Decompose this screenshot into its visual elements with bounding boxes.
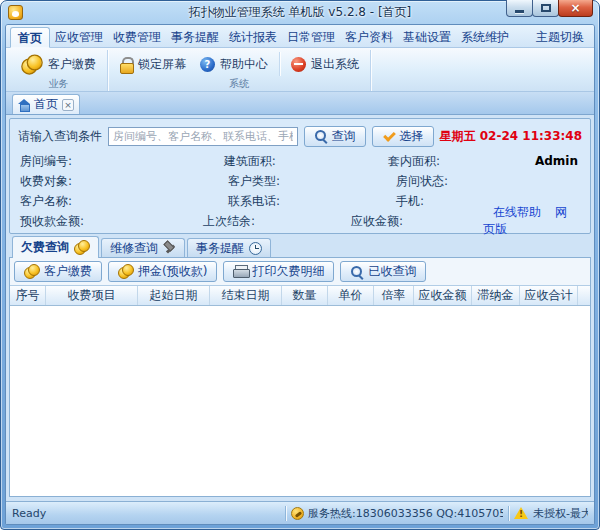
tab-reminder[interactable]: 事务提醒: [187, 238, 271, 257]
help-center-label: 帮助中心: [220, 56, 268, 73]
field-label-room-status: 房间状态:: [396, 173, 546, 190]
window-controls: ×: [507, 0, 593, 17]
hotline-text: 服务热线:18306033356 QQ:410570560: [308, 506, 503, 521]
ribbon-tab-daily[interactable]: 日常管理: [282, 27, 340, 48]
tab-repair-query[interactable]: 维修查询: [101, 238, 185, 257]
ribbon-group-business: 客户缴费 业务: [10, 50, 108, 91]
check-icon: [382, 130, 396, 143]
deposit-button-label: 押金(预收款): [138, 263, 207, 280]
summary-panel: 请输入查询条件 查询 选择 星期五 02-24 11:33:48 房间编号: 建…: [9, 118, 591, 234]
form-row-2: 收费对象: 客户类型: 房间状态:: [18, 171, 582, 191]
query-tab-bar: 欠费查询 维修查询 事务提醒: [6, 234, 594, 257]
print-arrears-button[interactable]: 打印欠费明细: [223, 261, 334, 282]
select-button-label: 选择: [400, 128, 424, 145]
column-header-filler: [578, 286, 590, 305]
field-label-customer-name: 客户名称:: [18, 193, 228, 210]
ribbon-tab-home[interactable]: 首页: [10, 27, 50, 48]
titlebar: 拓扑物业管理系统 单机版 v5.2.8 - [首页] ×: [5, 1, 595, 24]
ribbon-group-system: 锁定屏幕 帮助中心 退出系统 系统: [108, 50, 371, 91]
group-label-business: 业务: [16, 78, 101, 91]
document-tab-label: 首页: [34, 96, 58, 113]
phone-icon: [291, 507, 304, 520]
close-icon: ×: [570, 2, 580, 14]
tool-icon: [163, 242, 176, 255]
online-help-link[interactable]: 在线帮助: [493, 205, 541, 219]
app-icon[interactable]: [8, 5, 23, 20]
tab-close-icon[interactable]: ×: [62, 99, 74, 111]
column-header-receivable[interactable]: 应收金额: [414, 286, 472, 305]
search-input[interactable]: [108, 127, 298, 146]
column-header-rate[interactable]: 倍率: [374, 286, 414, 305]
received-query-label: 已收查询: [368, 263, 416, 280]
maximize-icon: [541, 4, 551, 12]
exit-system-button[interactable]: 退出系统: [286, 54, 364, 75]
field-label-last-balance: 上次结余:: [203, 213, 351, 230]
select-button[interactable]: 选择: [372, 126, 434, 147]
query-button[interactable]: 查询: [304, 126, 366, 147]
column-header-index[interactable]: 序号: [10, 286, 46, 305]
ribbon-separator: [279, 52, 280, 76]
coins-icon: [21, 54, 43, 74]
statusbar-separator: [285, 506, 286, 521]
arrears-toolbar: 客户缴费 押金(预收款) 打印欠费明细 已收查询: [10, 258, 590, 285]
column-header-start-date[interactable]: 起始日期: [138, 286, 210, 305]
deposit-button[interactable]: 押金(预收款): [108, 261, 217, 282]
home-page-icon: [18, 99, 30, 111]
printer-icon: [233, 265, 248, 278]
ribbon-tab-fees[interactable]: 收费管理: [108, 27, 166, 48]
column-header-total[interactable]: 应收合计: [520, 286, 578, 305]
window: 拓扑物业管理系统 单机版 v5.2.8 - [首页] × 首页 应收管理 收费管…: [0, 0, 600, 530]
minimize-button[interactable]: [506, 0, 533, 17]
search-icon: [314, 129, 328, 143]
search-icon: [350, 265, 364, 279]
form-row-4: 预收款金额: 上次结余: 应收金额: 在线帮助 网页版: [18, 211, 582, 231]
ribbon-tab-customers[interactable]: 客户资料: [340, 27, 398, 48]
lock-screen-button[interactable]: 锁定屏幕: [114, 54, 191, 75]
ribbon-tab-maintenance[interactable]: 系统维护: [456, 27, 514, 48]
warning-icon: [514, 506, 529, 520]
ribbon-tab-reports[interactable]: 统计报表: [224, 27, 282, 48]
field-label-room-no: 房间编号:: [18, 153, 224, 170]
close-button[interactable]: ×: [558, 0, 593, 17]
theme-switch-button[interactable]: 主题切换: [530, 27, 590, 48]
column-header-end-date[interactable]: 结束日期: [210, 286, 282, 305]
print-arrears-label: 打印欠费明细: [252, 263, 324, 280]
document-tab-home[interactable]: 首页 ×: [12, 94, 80, 114]
received-query-button[interactable]: 已收查询: [340, 261, 426, 282]
datetime-display: 星期五 02-24 11:33:48: [440, 128, 582, 145]
statusbar-separator: [508, 506, 509, 521]
column-header-fee-item[interactable]: 收费项目: [46, 286, 138, 305]
ribbon: 客户缴费 业务 锁定屏幕 帮助中心: [6, 48, 594, 92]
ribbon-tab-reminders[interactable]: 事务提醒: [166, 27, 224, 48]
customer-pay-toolbar-label: 客户缴费: [44, 263, 92, 280]
window-title: 拓扑物业管理系统 单机版 v5.2.8 - [首页]: [189, 4, 412, 21]
coins-icon: [118, 264, 134, 279]
reminder-tab-label: 事务提醒: [196, 240, 244, 257]
help-center-button[interactable]: 帮助中心: [195, 54, 273, 75]
status-ready: Ready: [12, 507, 280, 520]
column-header-quantity[interactable]: 数量: [282, 286, 328, 305]
customer-pay-button[interactable]: 客户缴费: [16, 54, 101, 75]
current-user: Admin: [535, 154, 582, 168]
column-header-late-fee[interactable]: 滞纳金: [472, 286, 520, 305]
exit-icon: [291, 57, 306, 72]
license-text: 未授权-最大允许房间数50户: [533, 506, 588, 521]
column-header-unit-price[interactable]: 单价: [328, 286, 374, 305]
tab-arrears-query[interactable]: 欠费查询: [12, 236, 99, 258]
ribbon-tab-receivables[interactable]: 应收管理: [50, 27, 108, 48]
customer-pay-label: 客户缴费: [48, 56, 96, 73]
field-label-fee-target: 收费对象:: [18, 173, 228, 190]
arrears-tab-label: 欠费查询: [21, 239, 69, 256]
field-label-prepaid-amount: 预收款金额:: [18, 213, 203, 230]
repair-tab-label: 维修查询: [110, 240, 158, 257]
ribbon-tab-bar: 首页 应收管理 收费管理 事务提醒 统计报表 日常管理 客户资料 基础设置 系统…: [6, 25, 594, 48]
document-tab-bar: 首页 ×: [6, 92, 594, 115]
query-button-label: 查询: [332, 128, 356, 145]
ribbon-tab-settings[interactable]: 基础设置: [398, 27, 456, 48]
minimize-icon: [515, 10, 524, 13]
grid-header: 序号 收费项目 起始日期 结束日期 数量 单价 倍率 应收金额 滞纳金 应收合计: [10, 285, 590, 306]
field-label-receivable-amount: 应收金额:: [351, 213, 483, 230]
arrears-page: 客户缴费 押金(预收款) 打印欠费明细 已收查询 序号 收费项目 起始日: [9, 257, 591, 497]
maximize-button[interactable]: [532, 0, 559, 17]
customer-pay-toolbar-button[interactable]: 客户缴费: [14, 261, 102, 282]
